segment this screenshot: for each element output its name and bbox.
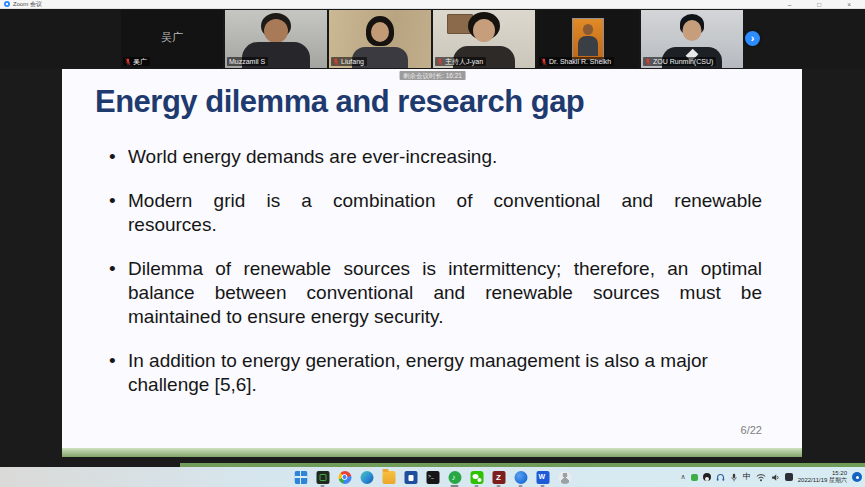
participant-name-label: Liufang bbox=[331, 57, 367, 66]
meeting-timer-badge: 剩余会议时长: 16:21 bbox=[399, 71, 466, 80]
browser-app-icon[interactable] bbox=[514, 471, 527, 484]
maximize-button[interactable]: □ bbox=[817, 0, 821, 9]
user-app-icon[interactable] bbox=[558, 471, 571, 484]
running-indicator bbox=[321, 485, 325, 487]
participant-tile-zou[interactable]: ZOU Runmin(CSU) bbox=[641, 10, 743, 68]
bullet-line: challenge [5,6]. bbox=[128, 373, 762, 397]
photo-face bbox=[583, 24, 593, 35]
participant-name-label: 吴广 bbox=[123, 57, 150, 66]
participant-center-name: 吴广 bbox=[121, 30, 223, 45]
bullet-line: resources. bbox=[128, 213, 762, 237]
wifi-tray-icon[interactable] bbox=[756, 473, 766, 482]
battery-tray-icon[interactable] bbox=[785, 473, 793, 481]
slide-bullet-list: World energy demands are ever-increasing… bbox=[106, 145, 762, 397]
music-app-icon[interactable] bbox=[448, 471, 461, 484]
active-app-indicator bbox=[451, 485, 459, 487]
start-button-icon[interactable] bbox=[294, 471, 307, 484]
ms-store-icon[interactable] bbox=[404, 471, 417, 484]
bullet-line: Dilemma of renewable sources is intermit… bbox=[128, 257, 762, 281]
participant-name: Liufang bbox=[341, 57, 364, 66]
snipping-tool-icon[interactable] bbox=[316, 471, 329, 484]
clock-time: 15:20 bbox=[832, 470, 847, 476]
file-explorer-icon[interactable] bbox=[382, 471, 395, 484]
bullet-line: World energy demands are ever-increasing… bbox=[128, 145, 762, 169]
participant-name-label: 主持人J-yan bbox=[435, 57, 486, 66]
ime-indicator[interactable]: 中 bbox=[743, 467, 751, 487]
participant-name-label: Dr. Shakil R. Sheikh bbox=[539, 57, 614, 66]
windows-taskbar: ∧ 中 15:20 2022/11/19 星期六 bbox=[0, 467, 865, 487]
system-tray: ∧ 中 15:20 2022/11/19 星期六 bbox=[681, 467, 862, 487]
muted-mic-icon bbox=[333, 58, 339, 66]
photo-body bbox=[578, 36, 598, 56]
zoom-app-icon bbox=[4, 1, 10, 7]
microphone-tray-icon[interactable] bbox=[730, 473, 738, 482]
window-title: Zoom 会议 bbox=[13, 0, 42, 9]
participant-tile-wuguang[interactable]: 吴广 吴广 bbox=[121, 10, 223, 68]
headset-tray-icon[interactable] bbox=[716, 473, 725, 482]
participant-name: 吴广 bbox=[133, 57, 147, 66]
shared-screen-area: 剩余会议时长: 16:21 Energy dilemma and researc… bbox=[0, 69, 865, 467]
bullet-line: Modern grid is a combination of conventi… bbox=[128, 189, 762, 213]
bullet-line: balance between conventional and renewab… bbox=[128, 281, 762, 305]
slide-page-number: 6/22 bbox=[741, 424, 762, 436]
participant-name: 主持人J-yan bbox=[445, 57, 483, 66]
avatar-face bbox=[264, 19, 288, 43]
participant-name-label: Muzzamil S bbox=[227, 57, 268, 66]
bullet-item: Modern grid is a combination of conventi… bbox=[106, 189, 762, 237]
slide-title: Energy dilemma and research gap bbox=[95, 84, 772, 120]
bullet-item: World energy demands are ever-increasing… bbox=[106, 145, 762, 169]
participant-name: Dr. Shakil R. Sheikh bbox=[549, 57, 611, 66]
word-icon[interactable] bbox=[536, 471, 549, 484]
volume-tray-icon[interactable] bbox=[771, 473, 780, 482]
bullet-item: In addition to energy generation, energy… bbox=[106, 349, 762, 397]
avatar-face bbox=[683, 20, 702, 41]
presentation-slide: Energy dilemma and research gap World en… bbox=[62, 69, 802, 448]
tray-green-app-icon[interactable] bbox=[691, 474, 698, 481]
hidden-icons-chevron[interactable]: ∧ bbox=[681, 467, 686, 487]
running-indicator bbox=[519, 485, 523, 487]
muted-mic-icon bbox=[541, 58, 547, 66]
qq-tray-icon[interactable] bbox=[703, 473, 711, 481]
muted-mic-icon bbox=[645, 58, 651, 66]
running-indicator bbox=[497, 485, 501, 487]
taskbar-clock[interactable]: 15:20 2022/11/19 星期六 bbox=[798, 470, 847, 485]
participant-tile-shakil[interactable]: Dr. Shakil R. Sheikh bbox=[537, 10, 639, 68]
participant-tile-muzzamil[interactable]: Muzzamil S bbox=[225, 10, 327, 68]
muted-mic-icon bbox=[437, 58, 443, 66]
avatar-face bbox=[371, 22, 389, 42]
bullet-line: In addition to energy generation, energy… bbox=[128, 349, 762, 373]
window-titlebar: Zoom 会议 – □ × bbox=[0, 0, 865, 9]
participant-tiles: 吴广 吴广 Muzzamil S bbox=[121, 10, 743, 68]
wechat-icon[interactable] bbox=[470, 471, 483, 484]
taskbar-app-icons bbox=[294, 467, 571, 487]
bullet-line: maintained to ensure energy security. bbox=[128, 305, 762, 329]
bullet-item: Dilemma of renewable sources is intermit… bbox=[106, 257, 762, 329]
running-indicator bbox=[475, 485, 479, 487]
video-strip: 吴广 吴广 Muzzamil S bbox=[0, 9, 865, 69]
avatar-face bbox=[473, 19, 495, 42]
running-indicator bbox=[541, 485, 545, 487]
chrome-icon[interactable] bbox=[338, 471, 351, 484]
muted-mic-icon bbox=[125, 58, 131, 66]
terminal-icon[interactable] bbox=[426, 471, 439, 484]
notification-badge[interactable] bbox=[852, 472, 862, 482]
participant-tile-host[interactable]: 主持人J-yan bbox=[433, 10, 535, 68]
zotero-icon[interactable] bbox=[492, 471, 505, 484]
participant-name-label: ZOU Runmin(CSU) bbox=[643, 57, 716, 66]
participant-tile-liufang[interactable]: Liufang bbox=[329, 10, 431, 68]
participant-name: Muzzamil S bbox=[229, 57, 265, 66]
edge-icon[interactable] bbox=[360, 471, 373, 484]
participant-name: ZOU Runmin(CSU) bbox=[653, 57, 713, 66]
clock-date: 2022/11/19 星期六 bbox=[798, 477, 847, 483]
next-participants-button[interactable]: › bbox=[745, 31, 760, 46]
minimize-button[interactable]: – bbox=[788, 0, 792, 9]
close-button[interactable]: × bbox=[847, 0, 851, 9]
slide-bottom-green-band bbox=[62, 448, 802, 457]
